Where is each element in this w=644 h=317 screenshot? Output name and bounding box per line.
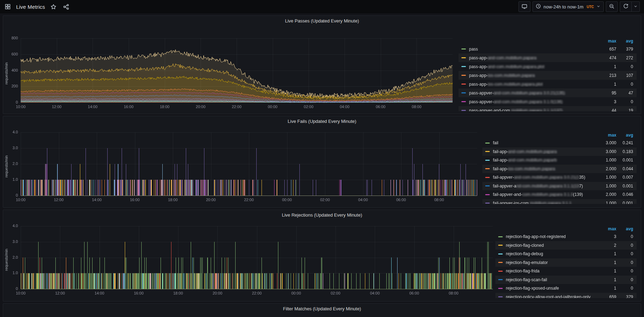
legend-avg-value: 0.001	[616, 201, 633, 204]
legend-max-value: 2.000	[597, 192, 616, 197]
legend-series-label[interactable]: fail-appver-and-com.mobilium.papara 3.1.…	[493, 184, 597, 189]
legend-series-label[interactable]: rejection-flag-debug	[506, 251, 597, 256]
legend-row[interactable]: rejection-flag-cloned20	[495, 241, 637, 250]
legend-series-label[interactable]: pass-app-ios-com.mobilium.papara	[469, 73, 597, 78]
legend-avg-value: 0.183	[616, 149, 633, 154]
legend-row[interactable]: fail-appver-and-com.mobilium.papara 3.0.…	[482, 173, 637, 182]
refresh-button[interactable]	[620, 1, 631, 12]
legend-row[interactable]: rejection-flag-app-not-registered30	[495, 232, 637, 241]
legend-row[interactable]: rejection-flag-emulator10	[495, 258, 637, 267]
legend-row[interactable]: fail-appver-and-com.mobilium.papara 3.1.…	[482, 190, 637, 199]
legend-col-max[interactable]: max	[597, 39, 616, 44]
legend-swatch	[461, 66, 466, 67]
legend-series-label[interactable]: pass-appver-and-com mobilium.papara 3.1.…	[469, 108, 597, 112]
time-range-picker[interactable]: now-24h to now-1m UTC	[533, 1, 604, 12]
legend-series-label[interactable]: rejection-policy-allow-root-and-jailbrok…	[506, 295, 597, 298]
legend-row[interactable]: pass-app-and-com.mobilium.papara474272	[459, 53, 637, 62]
legend-swatch	[485, 151, 490, 152]
refresh-icon	[623, 4, 629, 10]
legend-swatch	[461, 75, 466, 76]
legend-row[interactable]: pass-app-and-com.mobilium.papara.plot10	[459, 62, 637, 71]
legend-swatch	[498, 262, 503, 263]
legend-avg-value: 0.044	[616, 166, 633, 171]
star-icon[interactable]	[49, 2, 57, 11]
legend-avg-value: 0.001	[616, 158, 633, 163]
legend-col-avg[interactable]: avg	[616, 133, 633, 138]
legend-row[interactable]: pass-appver-and-com.mobilium.papara 3.1.…	[459, 97, 637, 106]
legend-series-label[interactable]: pass-app-ios-com.mobilium.papara.plot	[469, 82, 597, 87]
legend-swatch	[461, 110, 466, 111]
legend-row[interactable]: fail-appver-and-com.mobilium.papara 3.1.…	[482, 182, 637, 191]
share-icon[interactable]	[62, 2, 70, 11]
legend-row[interactable]: pass657379	[459, 45, 637, 53]
legend-series-label[interactable]: pass-app-and-com.mobilium.papara.plot	[469, 64, 597, 69]
legend-series-label[interactable]: fail-appver-and-com.mobilium.papara 3.1.…	[493, 192, 597, 197]
legend-col-max[interactable]: max	[597, 226, 616, 231]
legend-max-value: 44	[597, 108, 616, 112]
legend-row[interactable]: fail-app-ios-com.mobilium.papara2.0000.0…	[482, 165, 637, 173]
legend-avg-value: 0	[616, 269, 633, 273]
legend-row[interactable]: rejection-policy-allow-root-and-jailbrok…	[495, 293, 637, 298]
legend-swatch	[461, 84, 466, 85]
y-axis-label: requests/min	[4, 152, 8, 180]
legend-col-avg[interactable]: avg	[616, 39, 633, 44]
legend-row[interactable]: pass-appver-and-com mobilium.papara 3.1.…	[459, 106, 637, 111]
panel-title[interactable]: Live Passes (Updated Every Minute)	[3, 16, 641, 26]
legend-max-value: 1.000	[597, 184, 616, 189]
legend-swatch	[498, 279, 503, 280]
legend-max-value: 474	[597, 55, 616, 60]
refresh-interval-button[interactable]	[631, 1, 640, 12]
legend-row[interactable]: pass-appver-and-com.mobilium.papara 3.0.…	[459, 88, 637, 97]
panel-live-fails: Live Fails (Updated Every Minute) reques…	[3, 116, 641, 208]
legend-max-value: 1	[597, 82, 616, 87]
legend-max-value: 1	[597, 277, 616, 282]
legend-row[interactable]: pass-app-ios-com.mobilium.papara.plot10	[459, 80, 637, 88]
legend-series-label[interactable]: fail-appver-and-com.mobilium.papara 3.0.…	[493, 175, 597, 180]
legend-row[interactable]: pass-app-ios-com.mobilium.papara213107	[459, 71, 637, 80]
legend-max-value: 3	[597, 99, 616, 104]
clock-icon	[536, 4, 541, 10]
panel-title[interactable]: Live Fails (Updated Every Minute)	[3, 116, 641, 126]
legend-series-label[interactable]: rejection-flag-frida	[506, 269, 597, 273]
legend-avg-value: 0	[616, 251, 633, 256]
legend-series-label[interactable]: fail-app-and-com.mobilium.paparb	[493, 158, 597, 163]
legend-series-label[interactable]: rejection-flag-emulator	[506, 260, 597, 265]
legend-series-label[interactable]: rejection-flag-app-not-registered	[506, 234, 597, 239]
legend-row[interactable]: rejection-flag-debug10	[495, 250, 637, 258]
apps-grid-icon[interactable]	[4, 2, 12, 11]
legend-series-label[interactable]: pass	[469, 47, 597, 52]
legend-row[interactable]: rejection-flag-frida10	[495, 267, 637, 276]
legend-series-label[interactable]: rejection-flag-scan-fail	[506, 277, 597, 282]
legend-row[interactable]: fail-appver-ios-com mobilium.papara 3.1.…	[482, 199, 637, 204]
legend-series-label[interactable]: pass-appver-and-com.mobilium.papara 3.1.…	[469, 99, 597, 104]
legend-avg-value: 0	[616, 277, 633, 282]
zoom-out-button[interactable]	[606, 1, 618, 12]
legend-col-max[interactable]: max	[597, 133, 616, 138]
dashboard-header: Live Metrics now-24h to now-1m UTC	[0, 0, 644, 13]
panel-title[interactable]: Live Rejections (Updated Every Minute)	[3, 210, 641, 220]
legend-series-label[interactable]: rejection-flag-xposed-unsafe	[506, 286, 597, 291]
legend-series-label[interactable]: fail	[493, 140, 597, 145]
legend-swatch	[485, 177, 490, 178]
legend-swatch	[498, 296, 503, 297]
panel-live-passes: Live Passes (Updated Every Minute) reque…	[3, 15, 641, 114]
legend-row[interactable]: rejection-flag-scan-fail10	[495, 276, 637, 284]
legend-row[interactable]: fail-app-and-com.mobilium.paparb1.0000.0…	[482, 156, 637, 165]
legend-series-label[interactable]: pass-app-and-com.mobilium.papara	[469, 55, 597, 60]
legend-row[interactable]: fail3.0000.241	[482, 139, 637, 147]
legend-series-label[interactable]: rejection-flag-cloned	[506, 243, 597, 248]
legend-series-label[interactable]: pass-appver-and-com.mobilium.papara 3.0.…	[469, 91, 597, 95]
legend-series-label[interactable]: fail-app-and-com.mobilium.papara	[493, 149, 597, 154]
legend-row[interactable]: rejection-flag-xposed-unsafe10	[495, 284, 637, 293]
chevron-down-icon	[596, 4, 601, 9]
tv-kiosk-button[interactable]	[518, 1, 530, 12]
panel-title[interactable]: Filter Matches (Updated Every Minute)	[3, 304, 641, 313]
legend-max-value: 3.000	[597, 149, 616, 154]
legend-series-label[interactable]: fail-appver-ios-com mobilium.papara 3.1.…	[493, 201, 597, 204]
legend-swatch	[498, 245, 503, 246]
legend-series-label[interactable]: fail-app-ios-com.mobilium.papara	[493, 166, 597, 171]
legend-row[interactable]: fail-app-and-com.mobilium.papara3.0000.1…	[482, 147, 637, 156]
legend-swatch	[461, 48, 466, 49]
legend-max-value: 95	[597, 91, 616, 95]
legend-col-avg[interactable]: avg	[616, 226, 633, 231]
